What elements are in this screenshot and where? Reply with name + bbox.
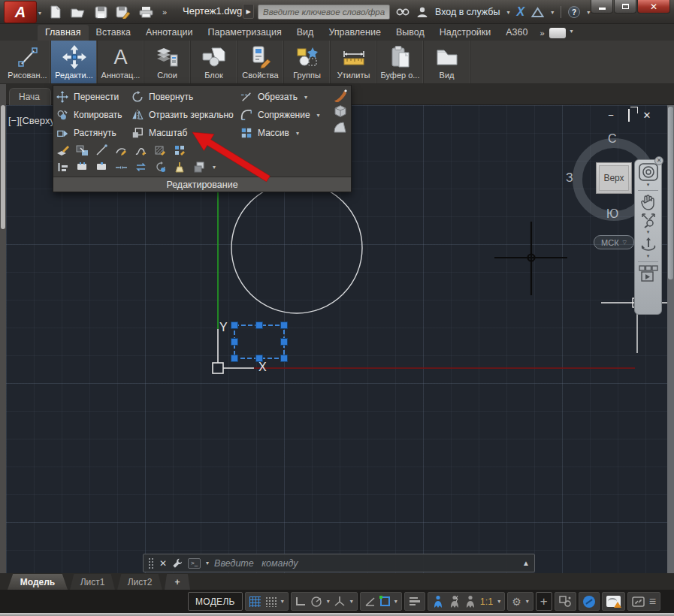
workspace-caret-icon[interactable]: ▾ bbox=[526, 598, 529, 605]
zoom-icon[interactable] bbox=[640, 212, 657, 228]
object-snap-tracking-icon[interactable] bbox=[364, 596, 376, 607]
annotation-scale-icon[interactable] bbox=[465, 595, 476, 608]
sign-in-caret-icon[interactable]: ▾ bbox=[506, 9, 509, 16]
snap-caret-icon[interactable]: ▾ bbox=[281, 598, 284, 605]
panel-modify[interactable]: Редакти... bbox=[51, 41, 98, 83]
pan-icon[interactable] bbox=[640, 194, 657, 210]
mirror-command[interactable]: Отразить зеркально bbox=[131, 106, 234, 124]
trim-command[interactable]: Обрезать▾ bbox=[240, 88, 307, 106]
command-prompt-icon[interactable]: >_ bbox=[188, 558, 201, 569]
right-scrollbar-thumb[interactable] bbox=[668, 107, 673, 279]
command-input[interactable] bbox=[214, 556, 517, 570]
new-file-icon[interactable] bbox=[47, 4, 65, 20]
selected-rectangle[interactable] bbox=[234, 325, 284, 358]
panel-layers[interactable]: Слои bbox=[144, 41, 191, 83]
ribbon-display-toggle-icon[interactable] bbox=[549, 28, 566, 38]
panel-clipboard[interactable]: Буфер о... bbox=[377, 41, 424, 83]
plot-icon[interactable] bbox=[137, 4, 155, 20]
set-bylayer-icon[interactable] bbox=[56, 144, 69, 157]
navbar-close-icon[interactable]: ✕ bbox=[654, 156, 663, 165]
a360-caret-icon[interactable]: ▾ bbox=[551, 9, 554, 16]
edit-hatch-icon[interactable] bbox=[154, 144, 167, 157]
file-tab-start[interactable]: Нача bbox=[9, 88, 51, 105]
sign-in-button[interactable]: Вход в службы bbox=[435, 7, 500, 17]
selection-grips[interactable] bbox=[231, 322, 288, 362]
tab-view[interactable]: Вид bbox=[289, 25, 322, 41]
qat-overflow-icon[interactable]: » bbox=[159, 8, 165, 17]
tab-insert[interactable]: Вставка bbox=[89, 25, 138, 41]
3d-solid-icon[interactable] bbox=[333, 104, 348, 118]
tab-output[interactable]: Вывод bbox=[388, 25, 432, 41]
lineweight-icon[interactable] bbox=[409, 596, 421, 606]
command-close-icon[interactable]: ✕ bbox=[159, 558, 167, 569]
stretch-command[interactable]: Растянуть bbox=[56, 124, 116, 142]
edit-spline-icon[interactable] bbox=[134, 144, 147, 157]
viewcube-west-label[interactable]: З bbox=[566, 171, 573, 185]
performance-monitor-icon[interactable] bbox=[606, 596, 621, 607]
customize-wrench-icon[interactable] bbox=[172, 558, 183, 569]
rotate-command[interactable]: Повернуть bbox=[131, 88, 193, 106]
zoom-dropdown-caret-icon[interactable]: ▾ bbox=[647, 230, 650, 234]
viewcube-top-face[interactable]: Верх bbox=[596, 162, 632, 194]
annotation-scale-value[interactable]: 1:1 bbox=[480, 596, 493, 607]
workspace-gear-icon[interactable]: ⚙ bbox=[512, 596, 521, 607]
move-command[interactable]: Перенести bbox=[56, 88, 119, 106]
object-snap-caret-icon[interactable]: ▾ bbox=[394, 598, 397, 605]
search-icon[interactable] bbox=[396, 7, 410, 17]
panel-block[interactable]: Блок bbox=[191, 41, 237, 83]
edit-array-icon[interactable] bbox=[174, 144, 186, 157]
maximize-button[interactable] bbox=[614, 0, 636, 14]
customization-menu-icon[interactable]: ≡ bbox=[649, 596, 656, 608]
break-at-point-icon[interactable] bbox=[95, 161, 108, 174]
tab-model[interactable]: Модель bbox=[8, 574, 68, 590]
model-space-button[interactable]: МОДЕЛЬ bbox=[188, 592, 243, 611]
copy-nested-icon[interactable] bbox=[154, 161, 167, 174]
wheel-dropdown-caret-icon[interactable]: ▾ bbox=[647, 183, 650, 187]
open-file-icon[interactable] bbox=[69, 4, 87, 20]
orbit-icon[interactable] bbox=[639, 236, 657, 252]
tab-annotate[interactable]: Аннотации bbox=[138, 25, 200, 41]
close-button[interactable]: ✕ bbox=[637, 0, 670, 14]
panel-draw[interactable]: Рисован... bbox=[5, 41, 51, 83]
recent-commands-caret-icon[interactable]: ▾ bbox=[206, 560, 209, 566]
showmotion-icon[interactable] bbox=[639, 265, 658, 282]
command-line[interactable]: ✕ >_ ▾ ▲ bbox=[143, 554, 535, 572]
tab-layout2[interactable]: Лист2 bbox=[117, 574, 162, 590]
edit-polyline-icon[interactable] bbox=[115, 144, 128, 157]
copy-command[interactable]: Копировать bbox=[56, 106, 122, 124]
fillet-command[interactable]: Сопряжение▾ bbox=[240, 106, 320, 124]
modify-panel-title[interactable]: Редактирование bbox=[53, 177, 351, 192]
draw-order-caret-icon[interactable]: ▾ bbox=[213, 164, 216, 171]
wipeout-icon[interactable] bbox=[174, 161, 186, 174]
panel-properties[interactable]: Свойства bbox=[237, 41, 284, 83]
change-space-icon[interactable] bbox=[76, 144, 89, 157]
reverse-icon[interactable] bbox=[134, 161, 147, 174]
left-scrollbar-thumb[interactable] bbox=[1, 105, 5, 229]
help-caret-icon[interactable]: ▾ bbox=[587, 9, 590, 16]
join-icon[interactable] bbox=[115, 161, 128, 174]
surface-fillet-icon[interactable] bbox=[333, 120, 348, 134]
panel-utilities[interactable]: Утилиты bbox=[331, 41, 377, 83]
user-icon[interactable] bbox=[416, 6, 428, 18]
object-snap-icon[interactable] bbox=[380, 596, 390, 606]
snap-mode-icon[interactable] bbox=[265, 596, 277, 607]
clean-screen-icon[interactable] bbox=[632, 596, 645, 607]
tab-parametric[interactable]: Параметризация bbox=[201, 25, 289, 41]
navigation-wheel-icon[interactable] bbox=[638, 163, 659, 181]
tab-layout1[interactable]: Лист1 bbox=[70, 574, 115, 590]
ribbon-tabs-overflow-icon[interactable]: » bbox=[540, 29, 543, 41]
ortho-mode-icon[interactable] bbox=[295, 596, 306, 606]
help-search-box[interactable] bbox=[258, 5, 390, 20]
lengthen-icon[interactable] bbox=[95, 144, 108, 157]
annotation-monitor-button[interactable]: + bbox=[536, 592, 552, 611]
a360-icon[interactable] bbox=[531, 7, 544, 18]
annotation-scale-caret-icon[interactable]: ▾ bbox=[497, 598, 500, 605]
tab-addins[interactable]: Надстройки bbox=[432, 25, 499, 41]
break-icon[interactable] bbox=[76, 161, 89, 174]
panel-groups[interactable]: Группы bbox=[284, 41, 331, 83]
command-history-caret-icon[interactable]: ▲ bbox=[522, 559, 530, 567]
polar-tracking-icon[interactable] bbox=[310, 596, 322, 607]
panel-annotation[interactable]: A Аннотац... bbox=[98, 41, 144, 83]
align-icon[interactable] bbox=[56, 161, 69, 174]
command-line-grip[interactable] bbox=[148, 557, 154, 569]
